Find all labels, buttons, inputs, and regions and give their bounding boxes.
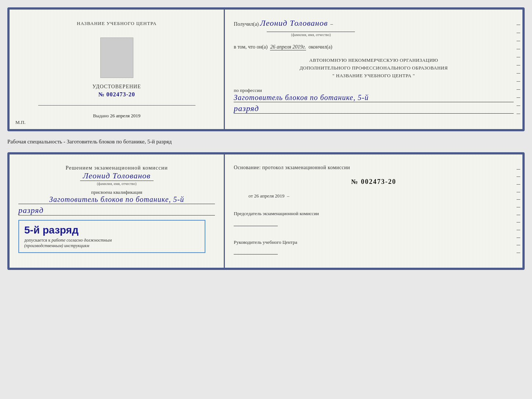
chairman-sig-line [234,220,278,226]
vtom-line: в том, что он(а) 26 апреля 2019г. окончи… [234,44,514,50]
cert-number-prefix: № [98,91,104,97]
ot-date: 26 апреля 2019 [254,193,285,199]
fio-label-2: (фамилия, имя, отчество) [80,181,154,186]
head-block: Руководитель учебного Центра [234,239,514,255]
prot-number: № 002473-20 [234,178,514,186]
stamp-text: допускается к работе согласно должностны… [24,238,200,249]
head-sig-line [234,248,278,254]
training-center-label: НАЗВАНИЕ УЧЕБНОГО ЦЕНТРА [77,21,157,26]
profession-label: по профессии [234,88,262,93]
card1-left: НАЗВАНИЕ УЧЕБНОГО ЦЕНТРА УДОСТОВЕРЕНИЕ №… [10,10,225,129]
card1-right: Получил(а) Леонид Толованов – (фамилия, … [225,10,522,129]
stamp-box: 5-й разряд допускается к работе согласно… [18,220,205,253]
recipient-name: Леонид Толованов [260,18,328,28]
cert-number-value: 002473-20 [107,91,135,97]
card2-right: Основание: протокол экзаменационной коми… [225,154,522,268]
commission-intro: Решением экзаменационной комиссии [18,165,215,171]
profession-value: Заготовитель блоков по ботанике, 5-й [234,93,514,102]
stamp-line3: (производственным) инструкциям [24,243,89,248]
stamp-line1: допускается к [24,238,50,243]
edge-decoration [516,10,522,129]
assigned-profession: Заготовитель блоков по ботанике, 5-й [18,195,215,204]
photo-placeholder [100,38,133,78]
osnov-line: Основание: протокол экзаменационной коми… [234,165,514,171]
page-wrapper: НАЗВАНИЕ УЧЕБНОГО ЦЕНТРА УДОСТОВЕРЕНИЕ №… [7,7,525,270]
razryad-value: разряд [234,104,514,114]
certificate-card-1: НАЗВАНИЕ УЧЕБНОГО ЦЕНТРА УДОСТОВЕРЕНИЕ №… [7,7,525,131]
received-line: Получил(а) Леонид Толованов – [234,18,514,28]
profession-block: по профессии Заготовитель блоков по бота… [234,87,514,114]
assigned-label: присвоена квалификация [18,189,215,195]
chairman-title: Председатель экзаменационной комиссии [234,210,514,217]
org-line3: " НАЗВАНИЕ УЧЕБНОГО ЦЕНТРА " [234,72,514,80]
ot-line: от 26 апреля 2019 – [234,193,514,199]
specialty-label: Рабочая специальность - Заготовитель бло… [7,137,525,146]
issued-line: Выдано 26 апреля 2019 [93,113,140,119]
head-title: Руководитель учебного Центра [234,239,514,246]
vtom-text: в том, что он(а) [234,44,267,50]
received-prefix: Получил(а) [234,21,259,27]
org-line1: АВТОНОМНУЮ НЕКОММЕРЧЕСКУЮ ОРГАНИЗАЦИЮ [234,57,514,64]
stamp-grade: 5-й разряд [24,224,200,236]
chairman-block: Председатель экзаменационной комиссии [234,210,514,226]
commission-name: Леонид Толованов [18,171,215,181]
ot-label: от [248,193,253,199]
stamp-line2: работе согласно должностным [51,238,112,243]
issued-label: Выдано [93,113,109,118]
cert-number: № 002473-20 [98,91,135,98]
org-block: АВТОНОМНУЮ НЕКОММЕРЧЕСКУЮ ОРГАНИЗАЦИЮ ДО… [234,57,514,79]
okonchil: окончил(а) [309,44,332,50]
card2-left: Решением экзаменационной комиссии Леонид… [10,154,225,268]
assigned-razryad: разряд [18,206,215,215]
edge-decoration-2 [516,154,522,268]
mp-label: М.П. [15,120,25,125]
cert-title: УДОСТОВЕРЕНИЕ [93,84,141,90]
vtom-date: 26 апреля 2019г. [270,44,306,50]
fio-label-1: (фамилия, имя, отчество) [267,32,355,37]
certificate-card-2: Решением экзаменационной комиссии Леонид… [7,152,525,270]
issued-date: 26 апреля 2019 [110,113,141,118]
org-line2: ДОПОЛНИТЕЛЬНОГО ПРОФЕССИОНАЛЬНОГО ОБРАЗО… [234,64,514,72]
